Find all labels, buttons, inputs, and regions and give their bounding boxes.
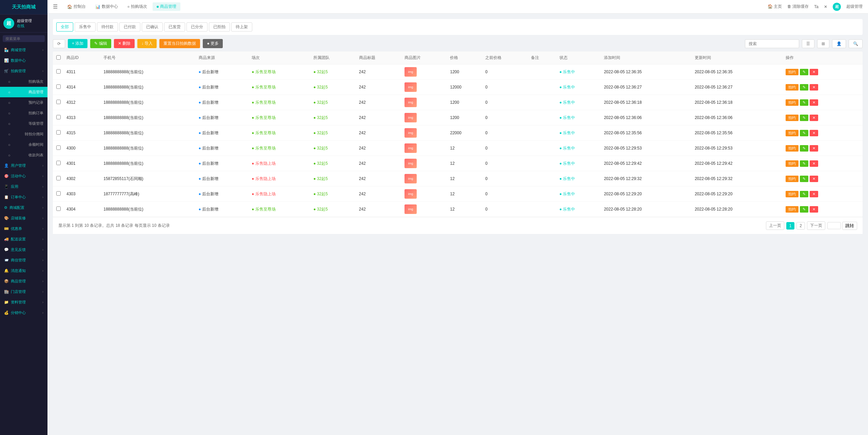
del-button[interactable]: ✕: [810, 99, 818, 106]
sidebar-item-拍购订单[interactable]: ○ 拍购订单: [0, 108, 47, 118]
pencil-button[interactable]: ✎: [800, 84, 808, 91]
col-toggle-button[interactable]: ☰: [802, 39, 814, 48]
pinyue-button[interactable]: 拍约: [786, 130, 798, 136]
del-button[interactable]: ✕: [810, 69, 818, 75]
filter-tab-全部[interactable]: 全部: [56, 22, 73, 32]
ta-link[interactable]: Ta: [814, 4, 818, 9]
grid-button[interactable]: ⊞: [817, 39, 829, 48]
sidebar-item-活动中心[interactable]: 🎯活动中心›: [0, 171, 47, 181]
sidebar-item-商城配置[interactable]: ⚙商城配置›: [0, 202, 47, 213]
pinyue-button[interactable]: 拍约: [786, 99, 798, 106]
sidebar-item-配送设置[interactable]: 🚚配送设置›: [0, 234, 47, 244]
sidebar-item-数据中心[interactable]: 📊数据中心: [0, 55, 47, 66]
search-button[interactable]: 🔍: [849, 39, 863, 48]
del-button[interactable]: ✕: [810, 84, 818, 91]
home-link[interactable]: 🏠 主页: [768, 4, 782, 9]
row-checkbox[interactable]: [56, 115, 61, 119]
pinyue-button[interactable]: 拍约: [786, 160, 798, 167]
del-button[interactable]: ✕: [810, 191, 818, 197]
sidebar-item-等级管理[interactable]: ○ 等级管理: [0, 118, 47, 129]
pencil-button[interactable]: ✎: [800, 145, 808, 152]
prev-page-button[interactable]: 上一页: [766, 221, 784, 230]
sidebar-item-分销中心[interactable]: 💰分销中心›: [0, 308, 47, 318]
filter-tab-乐售中[interactable]: 乐售中: [75, 22, 96, 32]
sidebar-item-优惠券[interactable]: 🎫优惠券›: [0, 223, 47, 234]
filter-tab-已分分[interactable]: 已分分: [186, 22, 208, 32]
topnav-tab-拍购场次[interactable]: 拍购场次: [123, 2, 151, 11]
sidebar-item-收款列表[interactable]: ○ 收款列表: [0, 150, 47, 160]
sidebar-search-input[interactable]: [3, 35, 45, 42]
next-page-button[interactable]: 下一页: [807, 221, 825, 230]
sidebar-item-商信管理[interactable]: 📨商信管理›: [0, 255, 47, 265]
sidebar-item-意见反馈[interactable]: 💬意见反馈›: [0, 244, 47, 255]
row-checkbox[interactable]: [56, 145, 61, 150]
pencil-button[interactable]: ✎: [800, 160, 808, 167]
pinyue-button[interactable]: 拍约: [786, 191, 798, 197]
select-all-checkbox[interactable]: [56, 55, 61, 60]
pencil-button[interactable]: ✎: [800, 99, 808, 106]
sidebar-item-拍购场次[interactable]: ○ 拍购场次: [0, 76, 47, 87]
sidebar-item-店铺装修[interactable]: 🎨店铺装修›: [0, 213, 47, 223]
sidebar-item-转拍分佣间[interactable]: ○ 转拍分佣间: [0, 129, 47, 139]
filter-tab-待付款[interactable]: 待付款: [97, 22, 118, 32]
hamburger-icon[interactable]: ☰: [53, 3, 58, 10]
page-jump-input[interactable]: [827, 222, 841, 229]
pencil-button[interactable]: ✎: [800, 130, 808, 136]
del-button[interactable]: ✕: [810, 160, 818, 167]
search-input[interactable]: [745, 39, 799, 48]
row-checkbox[interactable]: [56, 161, 61, 165]
import-button[interactable]: ↓ 导入: [137, 39, 157, 48]
pinyue-button[interactable]: 拍约: [786, 69, 798, 75]
pinyue-button[interactable]: 拍约: [786, 206, 798, 213]
pencil-button[interactable]: ✎: [800, 176, 808, 182]
today-data-button[interactable]: 重置当日拍购数据: [159, 39, 200, 48]
pencil-button[interactable]: ✎: [800, 69, 808, 75]
clear-cache-link[interactable]: 🗑 清除缓存: [787, 4, 809, 9]
page-2-button[interactable]: 2: [796, 222, 805, 230]
topnav-tab-商品管理[interactable]: 商品管理: [153, 2, 180, 11]
del-button[interactable]: ✕: [810, 130, 818, 136]
row-checkbox[interactable]: [56, 130, 61, 135]
page-1-button[interactable]: 1: [786, 222, 795, 230]
row-checkbox[interactable]: [56, 176, 61, 180]
del-button[interactable]: ✕: [810, 145, 818, 152]
jump-button[interactable]: 跳转: [842, 222, 857, 230]
sidebar-item-预约记录[interactable]: ○ 预约记录: [0, 97, 47, 108]
sidebar-item-应用[interactable]: 📱应用›: [0, 181, 47, 192]
filter-tab-待上架[interactable]: 待上架: [231, 22, 252, 32]
add-button[interactable]: + 添加: [68, 39, 87, 48]
pinyue-button[interactable]: 拍约: [786, 115, 798, 121]
delete-button[interactable]: ✕ 删除: [114, 39, 135, 48]
sidebar-item-消息通知[interactable]: 🔔消息通知›: [0, 265, 47, 276]
sidebar-item-拍购管理[interactable]: 🛒拍购管理›: [0, 66, 47, 76]
filter-tab-已发货[interactable]: 已发货: [164, 22, 185, 32]
pinyue-button[interactable]: 拍约: [786, 176, 798, 182]
edit-button[interactable]: ✎ 编辑: [90, 39, 111, 48]
topnav-tab-数据中心[interactable]: 📊 数据中心: [91, 2, 122, 11]
sidebar-item-用户管理[interactable]: 👤用户管理›: [0, 160, 47, 171]
pinyue-button[interactable]: 拍约: [786, 84, 798, 91]
pinyue-button[interactable]: 拍约: [786, 145, 798, 152]
sidebar-item-订单中心[interactable]: 📋订单中心›: [0, 192, 47, 202]
sidebar-item-余额时间[interactable]: ○ 余额时间: [0, 139, 47, 150]
sidebar-item-商品管理[interactable]: ○ 商品管理: [0, 87, 47, 97]
sidebar-item-商品管理[interactable]: 📦商品管理›: [0, 276, 47, 286]
row-checkbox[interactable]: [56, 100, 61, 104]
row-checkbox[interactable]: [56, 191, 61, 196]
close-icon[interactable]: ✕: [824, 4, 827, 9]
pencil-button[interactable]: ✎: [800, 191, 808, 197]
pencil-button[interactable]: ✎: [800, 115, 808, 121]
row-checkbox[interactable]: [56, 206, 61, 211]
filter-tab-已确认[interactable]: 已确认: [142, 22, 163, 32]
sidebar-item-门店管理[interactable]: 🏬门店管理›: [0, 286, 47, 297]
user-col-button[interactable]: 👤: [832, 39, 846, 48]
row-checkbox[interactable]: [56, 84, 61, 89]
del-button[interactable]: ✕: [810, 206, 818, 213]
topnav-tab-控制台[interactable]: 🏠 控制台: [63, 2, 90, 11]
refresh-button[interactable]: ⟳: [53, 39, 65, 48]
del-button[interactable]: ✕: [810, 176, 818, 182]
del-button[interactable]: ✕: [810, 115, 818, 121]
filter-tab-已付款[interactable]: 已付款: [119, 22, 140, 32]
row-checkbox[interactable]: [56, 69, 61, 74]
pencil-button[interactable]: ✎: [800, 206, 808, 213]
